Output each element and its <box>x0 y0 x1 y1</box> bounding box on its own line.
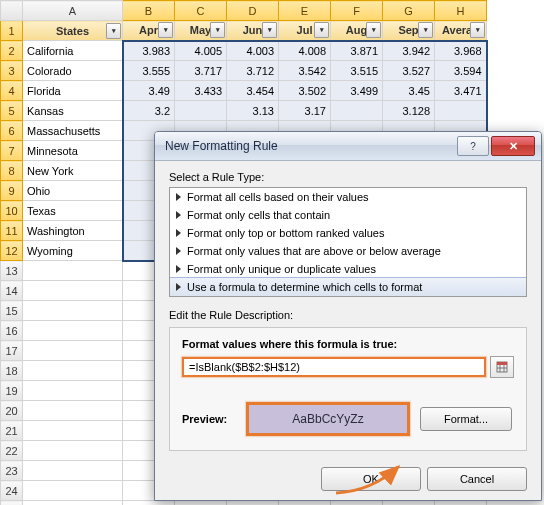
table-header-cell[interactable]: Jun▾ <box>227 21 279 41</box>
column-header[interactable]: H <box>435 1 487 21</box>
row-header[interactable]: 15 <box>1 301 23 321</box>
empty-cell[interactable] <box>23 501 123 506</box>
data-cell[interactable]: 3.45 <box>383 81 435 101</box>
row-header[interactable]: 1 <box>1 21 23 41</box>
row-header[interactable]: 13 <box>1 261 23 281</box>
data-cell[interactable] <box>175 101 227 121</box>
data-cell[interactable]: 3.502 <box>279 81 331 101</box>
rule-type-item[interactable]: Format only top or bottom ranked values <box>170 224 526 242</box>
state-cell[interactable]: Colorado <box>23 61 123 81</box>
column-header[interactable]: D <box>227 1 279 21</box>
state-cell[interactable]: California <box>23 41 123 61</box>
row-header[interactable]: 14 <box>1 281 23 301</box>
data-cell[interactable]: 3.527 <box>383 61 435 81</box>
cancel-button[interactable]: Cancel <box>427 467 527 491</box>
row-header[interactable]: 11 <box>1 221 23 241</box>
empty-cell[interactable] <box>23 401 123 421</box>
table-header-cell[interactable]: Aug▾ <box>331 21 383 41</box>
empty-cell[interactable] <box>23 361 123 381</box>
empty-cell[interactable] <box>435 501 487 506</box>
format-button[interactable]: Format... <box>420 407 512 431</box>
data-cell[interactable]: 3.454 <box>227 81 279 101</box>
row-header[interactable]: 2 <box>1 41 23 61</box>
state-cell[interactable]: Texas <box>23 201 123 221</box>
empty-cell[interactable] <box>23 481 123 501</box>
data-cell[interactable]: 3.17 <box>279 101 331 121</box>
empty-cell[interactable] <box>23 441 123 461</box>
row-header[interactable]: 20 <box>1 401 23 421</box>
state-cell[interactable]: Kansas <box>23 101 123 121</box>
row-header[interactable]: 23 <box>1 461 23 481</box>
table-header-cell[interactable]: Sep▾ <box>383 21 435 41</box>
row-header[interactable]: 18 <box>1 361 23 381</box>
filter-dropdown-icon[interactable]: ▾ <box>262 22 277 38</box>
data-cell[interactable]: 3.471 <box>435 81 487 101</box>
state-cell[interactable]: Wyoming <box>23 241 123 261</box>
row-header[interactable]: 19 <box>1 381 23 401</box>
row-header[interactable]: 4 <box>1 81 23 101</box>
data-cell[interactable]: 3.555 <box>123 61 175 81</box>
rule-type-item[interactable]: Format only cells that contain <box>170 206 526 224</box>
data-cell[interactable]: 3.13 <box>227 101 279 121</box>
data-cell[interactable]: 3.2 <box>123 101 175 121</box>
row-header[interactable]: 9 <box>1 181 23 201</box>
row-header[interactable]: 5 <box>1 101 23 121</box>
filter-dropdown-icon[interactable]: ▾ <box>470 22 485 38</box>
filter-dropdown-icon[interactable]: ▾ <box>366 22 381 38</box>
empty-cell[interactable] <box>23 421 123 441</box>
empty-cell[interactable] <box>23 301 123 321</box>
column-header[interactable]: E <box>279 1 331 21</box>
data-cell[interactable]: 3.542 <box>279 61 331 81</box>
row-header[interactable]: 16 <box>1 321 23 341</box>
data-cell[interactable] <box>331 101 383 121</box>
state-cell[interactable]: Ohio <box>23 181 123 201</box>
data-cell[interactable]: 3.983 <box>123 41 175 61</box>
filter-dropdown-icon[interactable]: ▾ <box>314 22 329 38</box>
empty-cell[interactable] <box>23 341 123 361</box>
range-selector-button[interactable] <box>490 356 514 378</box>
formula-input[interactable]: =IsBlank($B$2:$H$12) <box>182 357 486 377</box>
empty-cell[interactable] <box>23 381 123 401</box>
state-cell[interactable]: Minnesota <box>23 141 123 161</box>
row-header[interactable]: 21 <box>1 421 23 441</box>
data-cell[interactable]: 3.871 <box>331 41 383 61</box>
data-cell[interactable]: 3.968 <box>435 41 487 61</box>
column-header[interactable]: B <box>123 1 175 21</box>
data-cell[interactable]: 4.008 <box>279 41 331 61</box>
empty-cell[interactable] <box>331 501 383 506</box>
empty-cell[interactable] <box>383 501 435 506</box>
column-header[interactable]: F <box>331 1 383 21</box>
column-header[interactable]: G <box>383 1 435 21</box>
empty-cell[interactable] <box>123 501 175 506</box>
state-cell[interactable]: Massachusetts <box>23 121 123 141</box>
table-header-cell[interactable]: Averag▾ <box>435 21 487 41</box>
data-cell[interactable] <box>435 101 487 121</box>
empty-cell[interactable] <box>279 501 331 506</box>
help-button[interactable]: ? <box>457 136 489 156</box>
data-cell[interactable]: 3.49 <box>123 81 175 101</box>
filter-dropdown-icon[interactable]: ▾ <box>210 22 225 38</box>
data-cell[interactable]: 3.712 <box>227 61 279 81</box>
row-header[interactable]: 24 <box>1 481 23 501</box>
data-cell[interactable]: 3.128 <box>383 101 435 121</box>
data-cell[interactable]: 3.499 <box>331 81 383 101</box>
data-cell[interactable]: 3.594 <box>435 61 487 81</box>
row-header[interactable]: 6 <box>1 121 23 141</box>
row-header[interactable]: 10 <box>1 201 23 221</box>
row-header[interactable]: 7 <box>1 141 23 161</box>
select-all-corner[interactable] <box>1 1 23 21</box>
empty-cell[interactable] <box>23 281 123 301</box>
row-header[interactable]: 3 <box>1 61 23 81</box>
data-cell[interactable]: 3.433 <box>175 81 227 101</box>
rule-type-item[interactable]: Use a formula to determine which cells t… <box>169 277 527 297</box>
data-cell[interactable]: 3.515 <box>331 61 383 81</box>
empty-cell[interactable] <box>175 501 227 506</box>
rule-type-item[interactable]: Format only unique or duplicate values <box>170 260 526 278</box>
row-header[interactable]: 12 <box>1 241 23 261</box>
row-header[interactable]: 8 <box>1 161 23 181</box>
empty-cell[interactable] <box>23 461 123 481</box>
empty-cell[interactable] <box>23 261 123 281</box>
empty-cell[interactable] <box>227 501 279 506</box>
row-header[interactable]: 17 <box>1 341 23 361</box>
rule-type-item[interactable]: Format all cells based on their values <box>170 188 526 206</box>
